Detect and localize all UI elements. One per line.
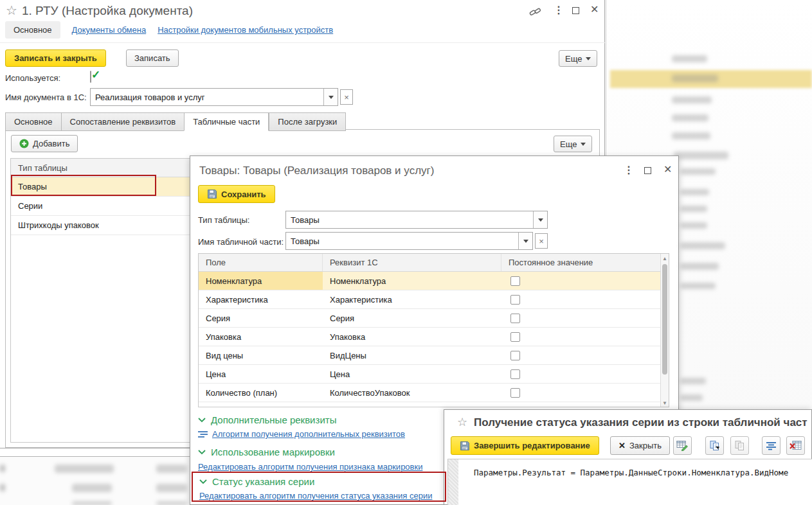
mapping-table: Поле Реквизит 1С Постоянное значение Ном… bbox=[198, 253, 669, 407]
edit-table-button[interactable] bbox=[673, 436, 692, 455]
save-icon bbox=[207, 189, 217, 199]
table-row[interactable]: Вид цены ВидЦены bbox=[199, 346, 669, 365]
code-gutter bbox=[448, 459, 458, 505]
constant-value-checkbox[interactable] bbox=[510, 369, 520, 379]
table-type-label: Тип таблицы: bbox=[198, 215, 249, 225]
chevron-down-icon bbox=[581, 143, 586, 148]
table-type-dropdown-icon[interactable] bbox=[533, 211, 547, 228]
section-additional-attributes[interactable]: Дополнительные реквизиты bbox=[198, 414, 336, 425]
table-row[interactable]: Цена Цена bbox=[199, 365, 669, 384]
chevron-down-icon bbox=[199, 479, 207, 484]
code-window: ☆ Получение статуса указания серии из ст… bbox=[444, 409, 812, 505]
section-marking-usage[interactable]: Использование маркировки bbox=[198, 447, 335, 457]
code-editor[interactable]: Параметры.Результат = Параметры.ДанныеСт… bbox=[447, 459, 812, 505]
paste-document-button[interactable] bbox=[730, 436, 749, 455]
chevron-down-icon bbox=[586, 57, 591, 63]
more-button-top[interactable]: Еще bbox=[559, 50, 597, 67]
scrollbar-thumb bbox=[662, 264, 667, 375]
doc-name-label: Имя документа в 1С: bbox=[5, 93, 87, 102]
table-type-input[interactable]: Товары bbox=[285, 211, 548, 229]
constant-value-checkbox[interactable] bbox=[510, 332, 520, 342]
screen: ☆ 1. РТУ (Настройка документа) ⋮ ✕ Основ… bbox=[0, 0, 812, 505]
constant-value-checkbox[interactable] bbox=[510, 276, 520, 286]
delete-table-button[interactable] bbox=[786, 436, 805, 455]
dialog-close-icon[interactable]: ✕ bbox=[663, 164, 672, 175]
favorite-star-icon[interactable]: ☆ bbox=[457, 415, 467, 429]
constant-value-checkbox[interactable] bbox=[510, 351, 520, 360]
table-row[interactable]: Серия Серия bbox=[199, 309, 669, 328]
table-row[interactable]: Упаковка Упаковка bbox=[199, 328, 669, 346]
tabular-name-label: Имя табличной части: bbox=[198, 237, 284, 247]
kebab-menu-icon[interactable]: ⋮ bbox=[554, 5, 564, 15]
dialog-title: Товары: Товары (Реализация товаров и усл… bbox=[199, 164, 434, 177]
table-row[interactable]: Характеристика Характеристика bbox=[199, 290, 669, 309]
save-icon bbox=[460, 441, 470, 451]
algorithm-icon bbox=[198, 430, 208, 438]
doc-name-value: Реализация товаров и услуг bbox=[91, 93, 323, 102]
save-button[interactable]: Записать bbox=[126, 49, 179, 67]
finish-editing-button[interactable]: Завершить редактирование bbox=[451, 436, 599, 455]
constant-value-checkbox[interactable] bbox=[510, 295, 520, 305]
table-row[interactable] bbox=[199, 402, 669, 407]
close-editor-button[interactable]: ✕ Закрыть bbox=[610, 436, 670, 455]
close-x-icon: ✕ bbox=[618, 441, 626, 450]
tabular-name-dropdown-icon[interactable] bbox=[518, 233, 532, 249]
scroll-down-icon: ▼ bbox=[661, 400, 669, 406]
link-series-status-algorithm[interactable]: Редактировать алгоритм получения статуса… bbox=[199, 491, 432, 501]
scroll-up-icon: ▲ bbox=[661, 256, 669, 261]
tab-main[interactable]: Основное bbox=[5, 112, 61, 131]
tab-attribute-mapping[interactable]: Сопоставление реквизитов bbox=[61, 112, 185, 131]
used-checkbox[interactable] bbox=[90, 71, 91, 83]
maximize-icon[interactable] bbox=[572, 7, 579, 14]
tab-after-load[interactable]: После загрузки bbox=[269, 112, 346, 131]
save-and-close-button[interactable]: Записать и закрыть bbox=[5, 49, 106, 67]
table-type-value: Товары bbox=[286, 215, 533, 225]
separator bbox=[0, 42, 605, 43]
column-header[interactable]: Постоянное значение bbox=[501, 254, 669, 271]
tabular-name-value: Товары bbox=[286, 236, 518, 246]
format-text-button[interactable] bbox=[762, 436, 780, 455]
tabular-name-input[interactable]: Товары bbox=[285, 232, 533, 250]
doc-name-input[interactable]: Реализация товаров и услуг bbox=[90, 88, 338, 106]
section-series-status[interactable]: Статус указания серии bbox=[199, 476, 314, 487]
column-header[interactable]: Реквизит 1С bbox=[323, 254, 501, 271]
chevron-down-icon bbox=[198, 418, 206, 423]
add-button[interactable]: Добавить bbox=[11, 135, 78, 152]
more-button-table[interactable]: Еще bbox=[554, 136, 592, 152]
column-header[interactable]: Поле bbox=[199, 254, 323, 271]
nav-tabs: Основное Документы обмена Настройки доку… bbox=[5, 21, 333, 39]
close-icon[interactable]: ✕ bbox=[590, 4, 599, 15]
nav-tab-main[interactable]: Основное bbox=[5, 21, 60, 39]
tab-tabular-parts[interactable]: Табличные части bbox=[184, 112, 269, 131]
constant-value-checkbox[interactable] bbox=[510, 314, 520, 323]
chevron-down-icon bbox=[198, 450, 206, 455]
mapping-table-header-row: Поле Реквизит 1С Постоянное значение bbox=[199, 254, 669, 272]
link-marking-algorithm[interactable]: Редактировать алгоритм получения признак… bbox=[198, 462, 422, 472]
code-window-title: Получение статуса указания серии из стро… bbox=[474, 416, 807, 429]
doc-name-clear-button[interactable]: × bbox=[340, 89, 353, 105]
content-tabs: Основное Сопоставление реквизитов Таблич… bbox=[5, 112, 346, 131]
tabular-name-clear-button[interactable]: × bbox=[535, 233, 548, 249]
favorite-star-icon[interactable]: ☆ bbox=[6, 3, 17, 18]
plus-icon bbox=[19, 139, 29, 148]
used-label: Используется: bbox=[5, 73, 60, 83]
code-line: Параметры.Результат = Параметры.ДанныеСт… bbox=[458, 459, 788, 505]
link-additional-attributes-algorithm[interactable]: Алгоритм получения дополнительных реквиз… bbox=[212, 429, 405, 439]
dialog-maximize-icon[interactable] bbox=[644, 167, 651, 174]
mapping-table-scrollbar[interactable]: ▲ ▼ bbox=[660, 254, 669, 407]
table-row[interactable]: Номенклатура Номенклатура bbox=[199, 272, 669, 290]
main-window-title: 1. РТУ (Настройка документа) bbox=[22, 4, 193, 18]
copy-document-button[interactable] bbox=[705, 436, 724, 455]
nav-tab-exchange-documents[interactable]: Документы обмена bbox=[72, 25, 147, 35]
link-icon[interactable] bbox=[529, 6, 541, 21]
nav-tab-mobile-device-documents[interactable]: Настройки документов мобильных устройств bbox=[158, 25, 333, 35]
table-row[interactable]: Количество (план) КоличествоУпаковок bbox=[199, 384, 669, 402]
dialog-save-button[interactable]: Сохранить bbox=[198, 185, 275, 203]
dialog-kebab-menu-icon[interactable]: ⋮ bbox=[624, 165, 634, 175]
doc-name-dropdown-icon[interactable] bbox=[323, 89, 338, 105]
constant-value-checkbox[interactable] bbox=[510, 388, 520, 398]
